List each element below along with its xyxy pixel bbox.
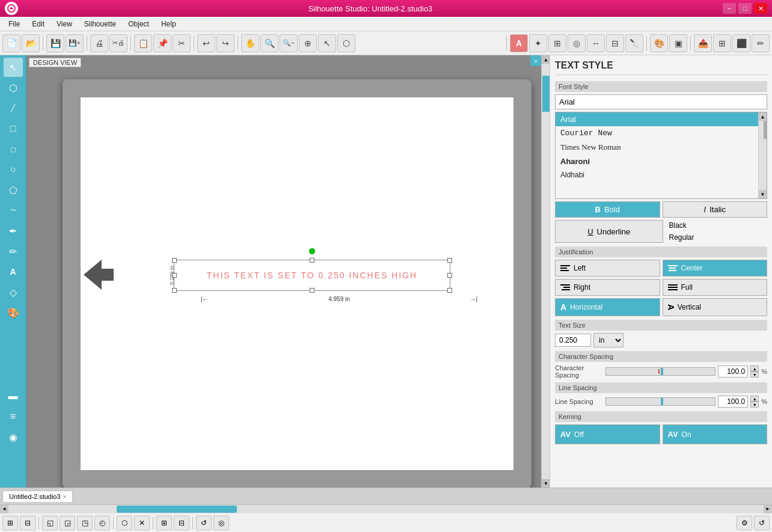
grid-button[interactable]: ⊞ xyxy=(713,34,731,52)
trace-button[interactable]: ✦ xyxy=(529,34,547,52)
text-size-input[interactable] xyxy=(555,334,591,347)
font-scroll-down[interactable]: ▼ xyxy=(759,190,767,198)
menu-file[interactable]: File xyxy=(2,19,26,29)
expand-button[interactable]: » xyxy=(530,55,541,66)
bt-btn-3[interactable]: ◱ xyxy=(42,516,58,530)
offset-button[interactable]: ◎ xyxy=(568,34,586,52)
menu-help[interactable]: Help xyxy=(155,19,182,29)
char-spacing-slider[interactable] xyxy=(605,367,715,376)
bt-btn-10[interactable]: ⊟ xyxy=(174,516,189,530)
maximize-button[interactable]: □ xyxy=(738,3,752,14)
font-item-times[interactable]: Times New Roman xyxy=(556,140,758,154)
bt-btn-9[interactable]: ⊞ xyxy=(156,516,172,530)
italic-button[interactable]: I Italic xyxy=(663,201,768,218)
bt-btn-4[interactable]: ◲ xyxy=(60,516,75,530)
just-right-button[interactable]: Right xyxy=(555,279,660,296)
bold-button[interactable]: B Bold xyxy=(555,201,660,218)
kern-off-button[interactable]: AV Off xyxy=(555,424,660,444)
print-cut-button[interactable]: ✂🖨 xyxy=(109,34,127,52)
horizontal-scrollbar[interactable]: ◄ ► xyxy=(0,504,772,513)
tool-paint[interactable]: 🎨 xyxy=(4,303,23,322)
bt-btn-11[interactable]: ↺ xyxy=(196,516,212,530)
replicate-button[interactable]: ⊞ xyxy=(548,34,566,52)
scroll-thumb[interactable] xyxy=(542,76,550,112)
hscroll-thumb[interactable] xyxy=(117,506,237,513)
more2-button[interactable]: ✏ xyxy=(752,34,770,52)
save-as-button[interactable]: 💾+ xyxy=(66,34,84,52)
minimize-button[interactable]: − xyxy=(723,3,736,14)
menu-edit[interactable]: Edit xyxy=(26,19,51,29)
bt-btn-6[interactable]: ◴ xyxy=(94,516,110,530)
tool-layer1[interactable]: ▬ xyxy=(4,387,23,406)
redo-button[interactable]: ↪ xyxy=(216,34,234,52)
refresh-button[interactable]: ↺ xyxy=(754,516,770,530)
hscroll-left[interactable]: ◄ xyxy=(0,505,8,513)
text-style-active-button[interactable]: A xyxy=(510,34,528,52)
tool-layer3[interactable]: ◉ xyxy=(4,427,23,447)
paste-button[interactable]: 📌 xyxy=(153,34,171,52)
font-scroll-thumb[interactable] xyxy=(764,121,768,139)
tool-rect[interactable]: □ xyxy=(4,119,23,138)
handle-mr[interactable] xyxy=(447,273,452,278)
knife-button[interactable]: 🔪 xyxy=(625,34,643,52)
handle-tr[interactable] xyxy=(447,258,452,263)
tool-line[interactable]: ╱ xyxy=(4,99,23,118)
font-name-input[interactable] xyxy=(555,94,767,109)
tool-layer2[interactable]: ≡ xyxy=(4,407,23,426)
menu-object[interactable]: Object xyxy=(122,19,155,29)
bt-btn-1[interactable]: ⊞ xyxy=(2,516,18,530)
copy-button[interactable]: 📋 xyxy=(134,34,152,52)
text-object[interactable]: 0.279 in THIS TEXT IS SET TO 0.250 INCHE… xyxy=(174,260,450,291)
text-size-unit-select[interactable]: in cm mm xyxy=(593,333,623,347)
bt-btn-2[interactable]: ⊟ xyxy=(20,516,35,530)
print-button[interactable]: 🖨 xyxy=(90,34,108,52)
tool-node[interactable]: ⬡ xyxy=(4,78,23,97)
bt-btn-7[interactable]: ⬡ xyxy=(117,516,132,530)
select-button[interactable]: ↖ xyxy=(318,34,336,52)
char-spacing-input[interactable] xyxy=(718,365,748,378)
line-slider-thumb[interactable] xyxy=(661,398,663,405)
handle-tc[interactable] xyxy=(310,258,314,263)
char-slider-thumb[interactable] xyxy=(661,368,663,375)
orient-vertical-button[interactable]: A Vertical xyxy=(663,298,768,316)
just-center-button[interactable]: Center xyxy=(663,260,768,277)
menu-view[interactable]: View xyxy=(51,19,78,29)
zoom-in-button[interactable]: 🔍 xyxy=(260,34,278,52)
char-spin-up[interactable]: ▲ xyxy=(750,365,759,371)
more1-button[interactable]: ⬛ xyxy=(732,34,750,52)
close-button[interactable]: ✕ xyxy=(754,3,767,14)
line-spin-up[interactable]: ▲ xyxy=(750,396,759,402)
fill-button[interactable]: 🎨 xyxy=(650,34,668,52)
tool-select[interactable]: ↖ xyxy=(4,58,23,77)
font-scroll-up[interactable]: ▲ xyxy=(759,112,767,121)
bt-btn-8[interactable]: ✕ xyxy=(134,516,150,530)
kern-on-button[interactable]: AV On xyxy=(663,424,768,444)
align-button[interactable]: ⊟ xyxy=(606,34,624,52)
font-item-aharoni[interactable]: Aharoni xyxy=(556,154,758,168)
menu-silhouette[interactable]: Silhouette xyxy=(78,19,122,29)
scroll-down-button[interactable]: ▼ xyxy=(542,479,550,488)
line-spacing-input[interactable] xyxy=(718,396,748,408)
undo-button[interactable]: ↩ xyxy=(197,34,215,52)
tool-pencil[interactable]: ✏ xyxy=(4,242,23,261)
cut-button[interactable]: ✂ xyxy=(173,34,191,52)
vertical-scrollbar[interactable]: ▲ ▼ xyxy=(541,55,550,488)
font-item-aldhabi[interactable]: Aldhabi xyxy=(556,168,758,182)
zoom-out-button[interactable]: 🔍− xyxy=(280,34,298,52)
gradient-button[interactable]: ▣ xyxy=(669,34,687,52)
rotate-handle[interactable] xyxy=(309,248,315,254)
bt-btn-12[interactable]: ◎ xyxy=(213,516,229,530)
tool-pen[interactable]: ✒ xyxy=(4,221,23,240)
line-spin-down[interactable]: ▼ xyxy=(750,402,759,408)
tool-text[interactable]: A xyxy=(4,262,23,281)
tab-close-button[interactable]: × xyxy=(63,494,67,500)
save-button[interactable]: 💾 xyxy=(46,34,64,52)
zoom-fit-button[interactable]: ⊕ xyxy=(299,34,317,52)
line-spacing-slider[interactable] xyxy=(605,397,715,406)
handle-br[interactable] xyxy=(447,288,452,293)
tab-untitled[interactable]: Untitled-2.studio3 × xyxy=(2,491,73,502)
hscroll-right[interactable]: ► xyxy=(764,505,772,513)
tool-polygon[interactable]: ⬠ xyxy=(4,180,23,200)
scroll-up-button[interactable]: ▲ xyxy=(542,55,550,64)
tool-eraser[interactable]: ◇ xyxy=(4,283,23,302)
